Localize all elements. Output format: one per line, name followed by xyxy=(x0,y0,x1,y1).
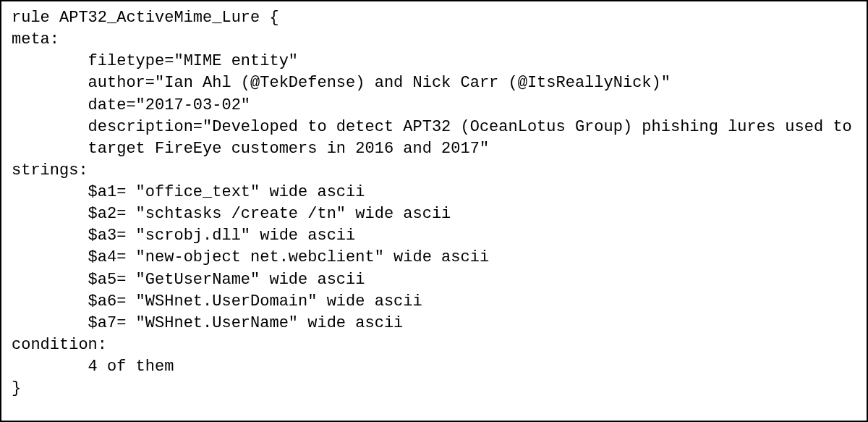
yara-rule-code-block: rule APT32_ActiveMime_Lure { meta: filet… xyxy=(0,0,868,422)
string-a6-line: $a6= "WSHnet.UserDomain" wide ascii xyxy=(12,291,422,313)
rule-header-line: rule APT32_ActiveMime_Lure { xyxy=(12,9,279,27)
string-a7-line: $a7= "WSHnet.UserName" wide ascii xyxy=(12,313,403,334)
meta-filetype-line: filetype="MIME entity" xyxy=(12,51,298,72)
string-a2-line: $a2= "schtasks /create /tn" wide ascii xyxy=(12,203,451,225)
string-a5-line: $a5= "GetUserName" wide ascii xyxy=(12,269,365,291)
string-a1-line: $a1= "office_text" wide ascii xyxy=(12,182,365,203)
meta-description-line: description="Developed to detect APT32 (… xyxy=(12,117,856,160)
condition-body-line: 4 of them xyxy=(12,356,174,378)
string-a4-line: $a4= "new-object net.webclient" wide asc… xyxy=(12,247,489,269)
condition-label-line: condition: xyxy=(12,336,107,354)
meta-label-line: meta: xyxy=(12,30,59,48)
closing-brace-line: } xyxy=(12,379,21,397)
meta-date-line: date="2017-03-02" xyxy=(12,95,250,117)
strings-label-line: strings: xyxy=(12,161,88,180)
meta-author-line: author="Ian Ahl (@TekDefense) and Nick C… xyxy=(12,72,671,94)
string-a3-line: $a3= "scrobj.dll" wide ascii xyxy=(12,225,355,247)
